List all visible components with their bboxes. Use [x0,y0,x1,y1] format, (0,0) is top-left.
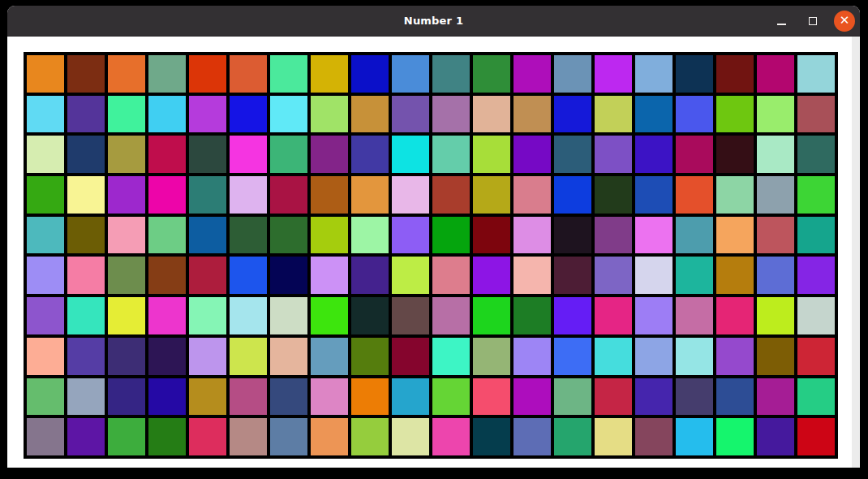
color-tile[interactable] [513,378,551,416]
color-tile[interactable] [392,257,429,294]
color-tile[interactable] [554,257,591,294]
color-tile[interactable] [676,176,713,214]
color-tile[interactable] [797,136,835,173]
color-tile[interactable] [230,96,267,133]
color-tile[interactable] [351,55,389,93]
color-tile[interactable] [595,217,632,254]
color-tile[interactable] [230,176,267,214]
color-tile[interactable] [108,418,145,455]
color-tile[interactable] [716,136,754,173]
color-tile[interactable] [635,257,672,294]
color-tile[interactable] [311,136,348,173]
color-tile[interactable] [189,338,226,375]
color-tile[interactable] [513,338,551,375]
color-tile[interactable] [595,136,632,173]
color-tile[interactable] [27,217,64,254]
titlebar[interactable]: Number 1 ✕ [7,6,860,37]
color-tile[interactable] [311,418,348,455]
color-tile[interactable] [676,378,713,416]
color-tile[interactable] [189,176,226,214]
color-tile[interactable] [27,418,64,455]
color-tile[interactable] [392,96,429,133]
color-tile[interactable] [716,176,754,214]
color-tile[interactable] [757,297,794,334]
color-tile[interactable] [595,257,632,294]
color-tile[interactable] [797,338,835,375]
color-tile[interactable] [554,418,591,455]
color-tile[interactable] [432,55,470,93]
color-tile[interactable] [716,217,754,254]
color-tile[interactable] [27,136,64,173]
color-tile[interactable] [716,378,754,416]
color-tile[interactable] [797,176,835,214]
color-tile[interactable] [351,217,389,254]
color-tile[interactable] [757,176,794,214]
color-tile[interactable] [676,257,713,294]
color-tile[interactable] [27,176,64,214]
color-tile[interactable] [270,378,307,416]
color-tile[interactable] [676,136,713,173]
color-tile[interactable] [148,378,186,416]
color-tile[interactable] [67,96,105,133]
color-tile[interactable] [148,297,186,334]
color-tile[interactable] [27,378,64,416]
color-tile[interactable] [189,378,226,416]
color-tile[interactable] [67,338,105,375]
minimize-button[interactable] [771,11,792,32]
color-tile[interactable] [432,418,470,455]
color-tile[interactable] [108,257,145,294]
color-tile[interactable] [757,338,794,375]
color-tile[interactable] [148,418,186,455]
color-tile[interactable] [473,378,510,416]
color-tile[interactable] [473,55,510,93]
color-tile[interactable] [797,257,835,294]
color-tile[interactable] [635,378,672,416]
color-tile[interactable] [473,297,510,334]
color-tile[interactable] [473,176,510,214]
color-tile[interactable] [797,297,835,334]
color-tile[interactable] [554,176,591,214]
color-tile[interactable] [311,338,348,375]
color-tile[interactable] [473,136,510,173]
color-tile[interactable] [554,338,591,375]
color-tile[interactable] [432,217,470,254]
color-tile[interactable] [595,297,632,334]
color-tile[interactable] [108,136,145,173]
maximize-button[interactable] [802,11,823,32]
color-tile[interactable] [635,96,672,133]
color-tile[interactable] [676,55,713,93]
color-tile[interactable] [189,136,226,173]
color-tile[interactable] [27,338,64,375]
color-tile[interactable] [351,136,389,173]
color-tile[interactable] [108,176,145,214]
color-tile[interactable] [473,217,510,254]
close-button[interactable]: ✕ [834,11,855,32]
color-tile[interactable] [676,418,713,455]
color-tile[interactable] [797,217,835,254]
color-tile[interactable] [513,418,551,455]
color-tile[interactable] [473,257,510,294]
color-tile[interactable] [676,217,713,254]
color-tile[interactable] [230,378,267,416]
color-tile[interactable] [676,96,713,133]
color-tile[interactable] [108,378,145,416]
color-tile[interactable] [513,257,551,294]
color-tile[interactable] [311,378,348,416]
color-tile[interactable] [230,297,267,334]
color-tile[interactable] [554,217,591,254]
color-tile[interactable] [108,217,145,254]
color-tile[interactable] [513,96,551,133]
color-tile[interactable] [270,176,307,214]
color-tile[interactable] [595,55,632,93]
color-tile[interactable] [757,418,794,455]
color-tile[interactable] [513,176,551,214]
color-tile[interactable] [595,418,632,455]
color-tile[interactable] [311,55,348,93]
color-tile[interactable] [311,297,348,334]
color-tile[interactable] [473,418,510,455]
color-tile[interactable] [67,257,105,294]
color-tile[interactable] [595,96,632,133]
color-tile[interactable] [595,378,632,416]
color-tile[interactable] [595,338,632,375]
color-tile[interactable] [757,217,794,254]
